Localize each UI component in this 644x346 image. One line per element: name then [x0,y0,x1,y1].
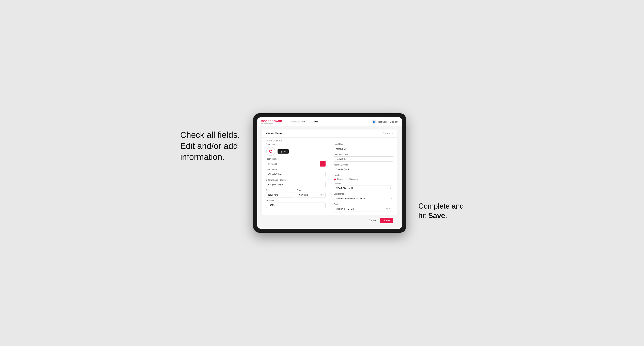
head-coach-label: Head Coach [334,143,393,145]
header-cancel-link[interactable]: Cancel ✕ [383,132,393,135]
complete-text: Complete and hit Save. [418,201,464,233]
left-column: Team logo C Upload Team colour [266,143,326,211]
division-input[interactable] [334,185,393,191]
user-label: Test User | [378,121,388,123]
upload-button[interactable]: Upload [278,149,289,154]
nav-tournaments[interactable]: TOURNAMENTS [288,118,306,126]
team-logo-group: Team logo C Upload [266,143,326,156]
team-logo-label: Team logo [266,143,326,145]
city-state-group: City State ✕ [266,189,326,197]
color-field-wrap [266,161,326,167]
assistant-coach-group: Assistant Coach [334,153,393,162]
gender-row: Mens Womens [334,178,393,180]
logo-title: SCOREBOARD [261,120,282,122]
athletic-director-input[interactable] [334,167,393,172]
logo-subtitle: Powered by clippit [261,122,282,124]
team-colour-group: Team colour [266,158,326,167]
gender-mens-option[interactable]: Mens [334,178,342,180]
form-title: Create Team [266,132,282,135]
state-clear-icon[interactable]: ✕ [320,194,322,196]
region-arrows: ⌃▾ [389,208,392,210]
logo-area: C Upload [266,147,326,156]
color-swatch [320,161,326,167]
nav-teams[interactable]: TEAMS [310,118,318,126]
city-state-row: City State ✕ [266,189,326,197]
tablet-screen: SCOREBOARD Powered by clippit TOURNAMENT… [257,117,402,229]
city-input[interactable] [266,192,295,197]
conference-label: Conference [334,193,393,195]
display-name-input[interactable] [266,182,326,187]
region-controls: ✕ ⌃▾ [386,208,392,210]
team-name-label: Team name [266,169,326,171]
region-group: Region ✕ ⌃▾ [334,203,393,211]
division-label: Division [334,182,393,185]
team-colour-input[interactable] [266,161,319,166]
region-select-wrap: ✕ ⌃▾ [334,206,393,211]
gender-label: Gender [334,174,393,176]
nav-logo: SCOREBOARD Powered by clippit [261,120,282,124]
nav-bar: SCOREBOARD Powered by clippit TOURNAMENT… [257,117,402,126]
section-label: TEAM DETAILS [262,138,398,143]
gender-womens-option[interactable]: Womens [346,178,358,180]
state-select-controls: ✕ ⌃ [320,194,324,196]
city-label: City [266,189,295,191]
conference-clear-icon[interactable]: ✕ [386,197,388,200]
main-content: Create Team Cancel ✕ TEAM DETAILS [257,126,402,229]
user-avatar: 👤 [372,120,376,124]
state-sub-group: State ✕ ⌃ [296,189,326,197]
womens-radio-dot [346,178,348,180]
state-select-wrap: ✕ ⌃ [296,192,326,197]
gender-group: Gender Mens [334,174,393,180]
head-coach-input[interactable] [334,146,393,151]
team-colour-label: Team colour [266,158,326,160]
city-sub-group: City [266,189,295,197]
conference-arrows: ⌃▾ [389,197,392,200]
form-panel: Create Team Cancel ✕ TEAM DETAILS [262,130,398,225]
form-header: Create Team Cancel ✕ [262,130,398,138]
division-group: Division ▲ ▼ [334,182,393,191]
form-body: Team logo C Upload Team colour [262,143,398,215]
save-button[interactable]: Save [380,218,393,223]
athletic-director-label: Athletic Director [334,164,393,166]
region-label: Region [334,203,393,205]
display-name-label: Display name (unique) [266,179,326,181]
nav-links: TOURNAMENTS TEAMS [288,118,372,126]
display-name-group: Display name (unique) [266,179,326,187]
zip-label: Zip code [266,199,326,202]
mens-radio-dot [334,178,336,180]
conference-controls: ✕ ⌃▾ [386,197,392,200]
tablet-frame: SCOREBOARD Powered by clippit TOURNAMENT… [253,113,406,233]
instruction-text: Check all fields. Edit and/or add inform… [180,130,241,163]
cancel-button[interactable]: Cancel [367,218,378,223]
zip-input[interactable] [266,202,326,208]
division-arrows: ▲ ▼ [390,186,392,190]
conference-input[interactable] [334,196,393,201]
conference-group: Conference ✕ ⌃▾ [334,193,393,201]
form-footer: Cancel Save [262,215,398,225]
team-name-group: Team name [266,169,326,177]
conference-select-wrap: ✕ ⌃▾ [334,196,393,201]
assistant-coach-input[interactable] [334,157,393,162]
sign-out-link[interactable]: Sign out [390,121,398,123]
state-label: State [296,189,326,191]
state-chevron-icon[interactable]: ⌃ [323,194,324,196]
division-select-wrap: ▲ ▼ [334,185,393,191]
assistant-coach-label: Assistant Coach [334,153,393,156]
region-input[interactable] [334,206,393,211]
nav-right: 👤 Test User | Sign out [372,120,398,124]
region-clear-icon[interactable]: ✕ [386,208,388,210]
team-name-input[interactable] [266,172,326,177]
logo-circle: C [266,147,275,156]
zip-group: Zip code [266,199,326,208]
athletic-director-group: Athletic Director [334,164,393,172]
head-coach-group: Head Coach [334,143,393,151]
right-column: Head Coach Assistant Coach Athletic Dire… [334,143,393,211]
